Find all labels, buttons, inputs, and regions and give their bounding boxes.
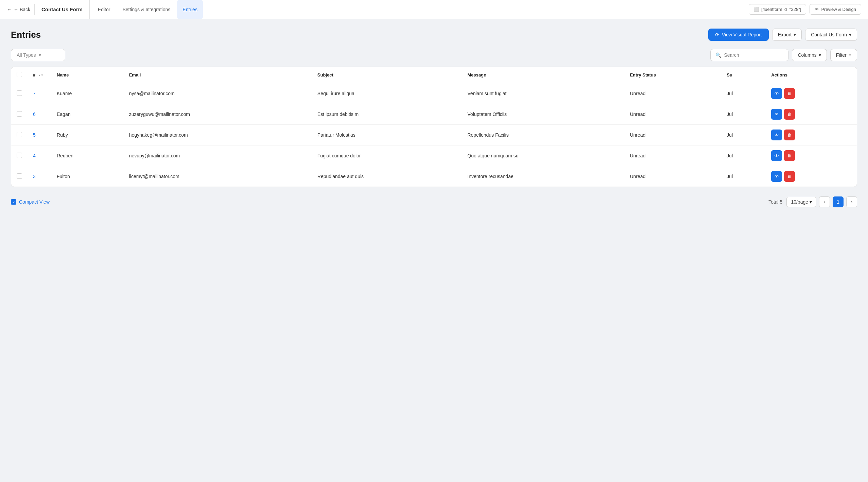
export-button[interactable]: Export ▾ — [772, 29, 802, 41]
select-all-checkbox[interactable] — [17, 72, 22, 77]
delete-entry-button[interactable]: 🗑 — [784, 130, 795, 140]
nav-actions: ⬜ [fluentform id="228"] 👁 Preview & Desi… — [749, 4, 861, 15]
row-subject: Sequi irure aliqua — [312, 83, 462, 104]
export-label: Export — [778, 32, 792, 37]
row-checkbox-cell — [11, 104, 28, 125]
view-entry-button[interactable]: 👁 — [771, 130, 782, 140]
chevron-right-icon: › — [851, 199, 853, 205]
top-nav: ← ← Back Contact Us Form Editor Settings… — [0, 0, 868, 19]
nav-tabs: Editor Settings & Integrations Entries — [90, 0, 749, 19]
row-message: Veniam sunt fugiat — [462, 83, 624, 104]
chevron-down-icon: ▾ — [794, 32, 796, 37]
row-checkbox-cell — [11, 145, 28, 166]
row-id[interactable]: 3 — [28, 166, 51, 187]
next-page-button[interactable]: › — [846, 196, 857, 207]
form-title: Contact Us Form — [35, 0, 90, 19]
row-actions: 👁 🗑 — [766, 145, 857, 166]
shortcode-label: [fluentform id="228"] — [761, 7, 801, 12]
delete-entry-button[interactable]: 🗑 — [784, 171, 795, 182]
view-report-button[interactable]: ⟳ View Visual Report — [708, 29, 769, 41]
row-email: nevupy@mailinator.com — [124, 145, 312, 166]
filter-label: Filter — [836, 52, 847, 58]
preview-design-button[interactable]: 👁 Preview & Design — [810, 4, 861, 15]
tab-editor[interactable]: Editor — [92, 0, 116, 19]
row-checkbox[interactable] — [17, 111, 22, 117]
page-number: 1 — [837, 199, 839, 205]
filter-button[interactable]: Filter ≡ — [830, 49, 857, 61]
row-actions: 👁 🗑 — [766, 166, 857, 187]
row-email: hegyhakeg@mailinator.com — [124, 125, 312, 145]
row-email: zuzeryguwu@mailinator.com — [124, 104, 312, 125]
back-arrow-icon: ← — [7, 7, 12, 12]
columns-label: Columns — [798, 52, 816, 58]
back-label: ← Back — [14, 7, 30, 12]
compact-view-label: Compact View — [19, 199, 50, 205]
col-name: Name — [51, 67, 124, 83]
preview-label: Preview & Design — [821, 7, 856, 12]
row-checkbox[interactable] — [17, 153, 22, 158]
row-message: Repellendus Facilis — [462, 125, 624, 145]
compact-view-toggle[interactable]: ✓ Compact View — [11, 199, 50, 205]
shortcode-button[interactable]: ⬜ [fluentform id="228"] — [749, 4, 806, 15]
table-row: 7 Kuame nysa@mailinator.com Sequi irure … — [11, 83, 857, 104]
chevron-down-icon: ▾ — [810, 199, 812, 205]
row-subject: Pariatur Molestias — [312, 125, 462, 145]
trash-icon: 🗑 — [787, 153, 792, 158]
table-footer: ✓ Compact View Total 5 10/page ▾ ‹ 1 › — [11, 194, 857, 210]
delete-entry-button[interactable]: 🗑 — [784, 88, 795, 99]
filter-lines-icon: ≡ — [849, 52, 851, 58]
row-email: nysa@mailinator.com — [124, 83, 312, 104]
form-select-label: Contact Us Form — [811, 32, 847, 37]
form-select-button[interactable]: Contact Us Form ▾ — [805, 29, 857, 41]
row-status: Unread — [624, 125, 721, 145]
row-id[interactable]: 4 — [28, 145, 51, 166]
eye-icon: 👁 — [775, 174, 779, 179]
sort-icon[interactable]: ▲▼ — [38, 74, 44, 77]
entries-table-container: # ▲▼ Name Email Subject Message Entry St… — [11, 67, 857, 187]
row-actions: 👁 🗑 — [766, 104, 857, 125]
row-checkbox-cell — [11, 83, 28, 104]
main-content: Entries ⟳ View Visual Report Export ▾ Co… — [0, 19, 868, 220]
page-1-button[interactable]: 1 — [833, 196, 844, 207]
col-entry-status: Entry Status — [624, 67, 721, 83]
view-entry-button[interactable]: 👁 — [771, 109, 782, 120]
row-message: Voluptatem Officiis — [462, 104, 624, 125]
row-status: Unread — [624, 83, 721, 104]
columns-button[interactable]: Columns ▾ — [792, 49, 827, 61]
row-date: Jul — [721, 166, 766, 187]
search-input[interactable] — [724, 52, 783, 58]
row-name: Fulton — [51, 166, 124, 187]
code-icon: ⬜ — [754, 7, 759, 12]
view-entry-button[interactable]: 👁 — [771, 88, 782, 99]
prev-page-button[interactable]: ‹ — [819, 196, 830, 207]
trash-icon: 🗑 — [787, 174, 792, 179]
row-date: Jul — [721, 125, 766, 145]
back-button[interactable]: ← ← Back — [7, 4, 35, 15]
row-checkbox[interactable] — [17, 90, 22, 96]
col-email: Email — [124, 67, 312, 83]
per-page-dropdown[interactable]: 10/page ▾ — [786, 197, 816, 207]
type-filter-dropdown[interactable]: All Types ▾ — [11, 49, 65, 61]
trash-icon: 🗑 — [787, 91, 792, 96]
view-entry-button[interactable]: 👁 — [771, 150, 782, 161]
view-entry-button[interactable]: 👁 — [771, 171, 782, 182]
delete-entry-button[interactable]: 🗑 — [784, 150, 795, 161]
row-date: Jul — [721, 83, 766, 104]
row-id[interactable]: 6 — [28, 104, 51, 125]
table-row: 4 Reuben nevupy@mailinator.com Fugiat cu… — [11, 145, 857, 166]
tab-settings-integrations[interactable]: Settings & Integrations — [117, 0, 176, 19]
table-row: 6 Eagan zuzeryguwu@mailinator.com Est ip… — [11, 104, 857, 125]
col-message: Message — [462, 67, 624, 83]
tab-entries[interactable]: Entries — [177, 0, 203, 19]
delete-entry-button[interactable]: 🗑 — [784, 109, 795, 120]
row-id[interactable]: 5 — [28, 125, 51, 145]
pagination: Total 5 10/page ▾ ‹ 1 › — [768, 196, 857, 207]
filters-bar: All Types ▾ 🔍 Columns ▾ Filter ≡ — [11, 49, 857, 61]
row-id[interactable]: 7 — [28, 83, 51, 104]
row-checkbox[interactable] — [17, 132, 22, 137]
search-icon: 🔍 — [715, 52, 721, 58]
refresh-icon: ⟳ — [715, 32, 719, 37]
chevron-down-icon: ▾ — [39, 52, 41, 58]
compact-checkbox: ✓ — [11, 199, 16, 205]
row-checkbox[interactable] — [17, 173, 22, 179]
